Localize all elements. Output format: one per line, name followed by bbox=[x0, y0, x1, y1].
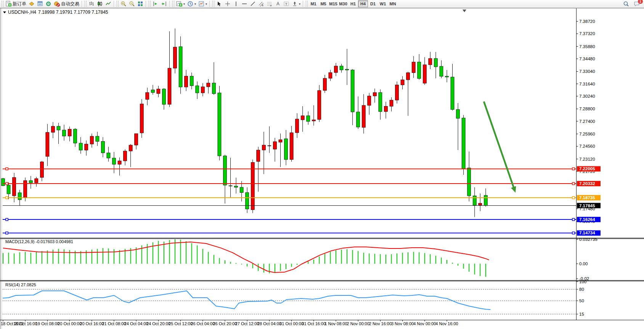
notifications-button[interactable]: 1 bbox=[633, 0, 641, 8]
zoom-out-icon bbox=[129, 1, 135, 7]
candle-body bbox=[234, 186, 238, 187]
line-handle[interactable] bbox=[6, 232, 8, 234]
chart-bars-button[interactable] bbox=[87, 0, 96, 8]
trendline-icon bbox=[250, 1, 256, 7]
candle-body bbox=[151, 90, 154, 93]
candle-body bbox=[368, 96, 371, 105]
candle-body bbox=[118, 161, 121, 164]
text-button[interactable]: A bbox=[274, 0, 282, 8]
candle-body bbox=[140, 104, 143, 133]
indicators-button[interactable]: ▾ bbox=[175, 0, 186, 8]
timeframe-button-H1[interactable]: H1 bbox=[348, 0, 358, 7]
candle-body bbox=[462, 118, 465, 169]
tile-windows-button[interactable] bbox=[136, 0, 145, 8]
price-tick-label: 7.35880 bbox=[579, 44, 595, 49]
line-handle[interactable] bbox=[6, 218, 8, 221]
search-icon bbox=[623, 1, 629, 7]
timeframe-button-M1[interactable]: M1 bbox=[308, 0, 318, 7]
main-toolbar: 新订单自动交易▾▾▾EFAT▾M1M5M15M30H1H4D1W1MN1 bbox=[0, 0, 644, 8]
candle-body bbox=[96, 136, 99, 141]
trendline-button[interactable] bbox=[249, 0, 257, 8]
candle-body bbox=[85, 144, 88, 150]
candle-body bbox=[223, 156, 227, 185]
candle-body bbox=[473, 196, 476, 205]
line-handle[interactable] bbox=[572, 168, 575, 170]
text-label-button[interactable]: T bbox=[282, 0, 291, 8]
chart-canvas[interactable]: 7.387207.373207.358807.344807.330407.316… bbox=[0, 0, 644, 329]
candle-body bbox=[318, 90, 321, 119]
cursor-button[interactable] bbox=[215, 0, 223, 8]
price-tick-label: 7.27400 bbox=[579, 119, 595, 124]
auto-scroll-button[interactable] bbox=[160, 0, 168, 8]
crosshair-button[interactable] bbox=[223, 0, 232, 8]
candle-body bbox=[185, 76, 188, 87]
toolbar-separator bbox=[209, 1, 210, 7]
hline-button[interactable] bbox=[240, 0, 249, 8]
price-line-tag-label: 7.22005 bbox=[579, 166, 595, 171]
line-handle[interactable] bbox=[6, 197, 8, 199]
cursor-icon bbox=[216, 1, 222, 7]
chart-candles-button[interactable] bbox=[96, 0, 104, 8]
new-order-button-label: 新订单 bbox=[13, 1, 26, 7]
time-tick-label: 2 Nov 16:00 bbox=[369, 321, 392, 326]
candle-body bbox=[68, 129, 71, 136]
new-order-button[interactable]: 新订单 bbox=[4, 0, 27, 8]
time-tick-label: 19 Oct 08:00 bbox=[35, 321, 59, 326]
svg-text:T: T bbox=[285, 2, 287, 6]
timeframe-button-D1[interactable]: D1 bbox=[368, 0, 378, 7]
macd-indicator-label: MACD(12,26,9) -0.017603 0.004981 bbox=[5, 239, 73, 244]
autotrade-button[interactable]: 自动交易 bbox=[53, 0, 80, 8]
timeframe-button-M15[interactable]: M15 bbox=[328, 0, 338, 7]
timeframe-button-H4[interactable]: H4 bbox=[358, 0, 368, 7]
toolbar-separator bbox=[114, 1, 114, 7]
zoom-out-button[interactable] bbox=[128, 0, 136, 8]
market-watch-button[interactable] bbox=[36, 0, 44, 8]
candle-body bbox=[101, 141, 104, 153]
timeframe-button-W1[interactable]: W1 bbox=[378, 0, 388, 7]
arrows-button[interactable]: ▾ bbox=[291, 0, 302, 8]
price-line-tag-label: 7.20332 bbox=[579, 181, 595, 186]
candle-body bbox=[196, 86, 199, 93]
chart-line-button[interactable] bbox=[104, 0, 112, 8]
channel-button[interactable]: E bbox=[257, 0, 265, 8]
candle-body bbox=[279, 140, 282, 142]
data-window-icon bbox=[45, 1, 51, 7]
toolbar-grip bbox=[2, 1, 3, 7]
autotrade-button-label: 自动交易 bbox=[61, 1, 79, 7]
candle-body bbox=[40, 162, 43, 177]
candle-body bbox=[201, 87, 204, 93]
candle-body bbox=[467, 168, 471, 196]
candle-body bbox=[312, 120, 315, 121]
ticket-button[interactable] bbox=[27, 0, 36, 8]
line-handle[interactable] bbox=[572, 218, 575, 221]
line-handle[interactable] bbox=[6, 182, 8, 185]
timeframe-button-M5[interactable]: M5 bbox=[318, 0, 328, 7]
line-handle[interactable] bbox=[6, 168, 8, 170]
candle-body bbox=[301, 116, 304, 120]
candle-body bbox=[90, 136, 93, 144]
periods-button[interactable]: ▾ bbox=[186, 0, 197, 8]
candle-body bbox=[57, 126, 60, 130]
templates-button[interactable]: ▾ bbox=[197, 0, 208, 8]
zoom-in-button[interactable] bbox=[119, 0, 128, 8]
timeframe-button-MN[interactable]: MN bbox=[388, 0, 398, 7]
line-handle[interactable] bbox=[572, 232, 575, 234]
candle-body bbox=[412, 62, 415, 73]
vline-button[interactable] bbox=[232, 0, 240, 8]
toolbar-right-tools: 1 bbox=[622, 0, 644, 8]
symbol-dropdown-icon[interactable] bbox=[3, 11, 6, 13]
candle-body bbox=[395, 85, 399, 100]
candle-body bbox=[162, 89, 165, 104]
data-window-button[interactable] bbox=[44, 0, 53, 8]
toolbar-grip bbox=[85, 1, 87, 7]
chart-shift-button[interactable] bbox=[151, 0, 160, 8]
timeframe-button-M30[interactable]: M30 bbox=[338, 0, 348, 7]
fibonacci-button[interactable]: F bbox=[265, 0, 274, 8]
time-tick-label: 3 Nov 08:00 bbox=[391, 321, 414, 326]
zoom-in-icon bbox=[120, 1, 127, 7]
line-handle[interactable] bbox=[572, 182, 575, 185]
toolbar-separator bbox=[146, 1, 146, 7]
line-handle[interactable] bbox=[572, 197, 575, 199]
candle-body bbox=[418, 62, 421, 79]
toolbar-search-button[interactable] bbox=[622, 0, 630, 8]
